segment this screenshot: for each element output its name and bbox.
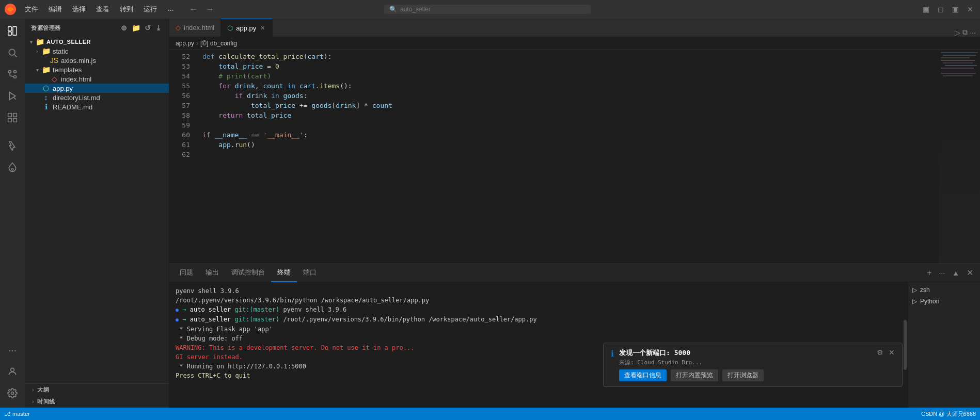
svg-point-7 (14, 76, 17, 78)
svg-rect-2 (8, 32, 11, 35)
menu-run[interactable]: 运行 (139, 4, 161, 15)
editor-area: ◇ index.html ⬡ app.py ✕ ▷ ⧉ ··· app.py ›… (169, 19, 980, 408)
activity-bar-item-source-control[interactable] (2, 64, 23, 85)
code-line-62 (202, 150, 939, 159)
code-line-58: return total_price (202, 110, 939, 120)
collapse-icon[interactable]: ⤓ (154, 23, 163, 33)
folder-icon-static: 📁 (41, 47, 51, 55)
new-folder-icon[interactable]: 📁 (131, 23, 142, 33)
tab-app-py[interactable]: ⬡ app.py ✕ (221, 19, 273, 37)
sidebar-section-timeline[interactable]: › 时间线 (25, 396, 169, 408)
tab-index-html[interactable]: ◇ index.html (169, 19, 221, 37)
more-actions-button[interactable]: ··· (970, 28, 976, 37)
code-line-59 (202, 120, 939, 130)
notification: ℹ 发现一个新端口: 5000 来源: Cloud Studio Bro... … (603, 343, 903, 387)
sidebar-title: 资源管理器 (31, 24, 61, 32)
tree-label-directorylist: directoryList.md (53, 94, 169, 102)
panel-tab-ports[interactable]: 端口 (297, 264, 323, 282)
panel-maximize-button[interactable]: ▲ (950, 268, 962, 278)
window-close-button[interactable]: ✕ (965, 4, 976, 14)
panel-tab-debug-console[interactable]: 调试控制台 (225, 264, 271, 282)
panel-tab-problems[interactable]: 问题 (173, 264, 199, 282)
arrow-templates: ▾ (33, 67, 41, 73)
nav-back-button[interactable]: ← (186, 4, 201, 15)
split-editor-button[interactable]: ⧉ (962, 28, 968, 37)
terminal-content[interactable]: pyenv shell 3.9.6 /root/.pyenv/versions/… (169, 282, 903, 408)
tree-label-readme: README.md (53, 103, 169, 111)
tab-close-button[interactable]: ✕ (259, 24, 266, 32)
svg-rect-13 (8, 114, 12, 117)
svg-point-17 (11, 169, 13, 170)
breadcrumb-symbol: [©] db_config (200, 40, 237, 47)
notification-close-button[interactable]: ✕ (889, 348, 895, 357)
panel-menu-button[interactable]: ··· (936, 268, 947, 278)
run-button[interactable]: ▷ (955, 28, 960, 37)
activity-bar-item-deploy[interactable] (2, 157, 23, 177)
notif-btn-open-browser[interactable]: 打开浏览器 (722, 369, 764, 381)
js-file-icon: JS (50, 56, 59, 64)
layout-toggle-3[interactable]: ▣ (950, 4, 961, 14)
activity-bar-item-extensions[interactable] (2, 107, 23, 128)
menu-select[interactable]: 选择 (68, 4, 90, 15)
code-content[interactable]: def calculate_total_price(cart): total_p… (196, 50, 939, 263)
activity-bar-item-account[interactable] (2, 361, 23, 382)
tree-item-templates[interactable]: ▾ 📁 templates (25, 65, 169, 74)
terminal-scrollbar[interactable] (903, 282, 908, 408)
arrow-root: ▾ (27, 39, 35, 45)
term-line-6: * Debug mode: off (176, 334, 896, 343)
refresh-icon[interactable]: ↺ (144, 23, 152, 33)
layout-toggle-2[interactable]: ◻ (935, 4, 946, 14)
svg-rect-3 (13, 27, 17, 36)
menu-goto[interactable]: 转到 (116, 4, 137, 15)
layout-toggle-1[interactable]: ▣ (920, 4, 932, 14)
terminal-sidebar-item-zsh[interactable]: ▷ zsh (908, 284, 980, 296)
readme-file-icon: ℹ (41, 103, 51, 111)
svg-rect-16 (13, 119, 17, 122)
activity-bar-item-test[interactable] (2, 135, 23, 156)
status-bar-right: CSDN @ 大师兄6668 (921, 410, 976, 418)
nav-forward-button[interactable]: → (203, 4, 217, 15)
status-git-branch[interactable]: ⎇ master (4, 411, 30, 417)
minimap (939, 50, 980, 263)
panel-tab-terminal[interactable]: 终端 (271, 264, 297, 282)
menu-more[interactable]: … (163, 4, 178, 15)
notif-btn-open-preview[interactable]: 打开内置预览 (671, 369, 718, 381)
activity-bar-item-more[interactable]: ··· (2, 340, 23, 360)
svg-rect-15 (8, 119, 12, 122)
new-file-icon[interactable]: ⊕ (120, 23, 129, 33)
sidebar-section-outline[interactable]: › 大纲 (25, 384, 169, 396)
tree-item-app-py[interactable]: ⬡ app.py (25, 84, 169, 93)
code-editor[interactable]: 52 53 54 55 56 57 58 59 60 61 62 def cal… (169, 50, 980, 263)
nav-buttons: ← → (186, 4, 217, 15)
notif-btn-view-ports[interactable]: 查看端口信息 (619, 369, 667, 381)
tree-item-static[interactable]: › 📁 static (25, 46, 169, 56)
menu-file[interactable]: 文件 (21, 4, 42, 15)
tree-item-readme[interactable]: ℹ README.md (25, 102, 169, 111)
activity-bar-item-run[interactable] (2, 86, 23, 106)
panel: 问题 输出 调试控制台 终端 端口 + ··· ▲ ✕ pyenv shell … (169, 263, 980, 408)
search-input[interactable] (400, 6, 586, 13)
tree-item-directorylist[interactable]: ↕ directoryList.md (25, 93, 169, 102)
minimap-content (939, 50, 980, 263)
panel-tab-output[interactable]: 输出 (199, 264, 225, 282)
panel-add-button[interactable]: + (924, 267, 934, 279)
notification-gear-button[interactable]: ⚙ (877, 348, 883, 357)
tab-py-icon: ⬡ (227, 24, 233, 32)
search-icon: 🔍 (389, 6, 397, 13)
tree-item-root[interactable]: ▾ 📁 AUTO_SELLER (25, 37, 169, 46)
panel-close-button[interactable]: ✕ (964, 267, 976, 279)
tree-item-index-html[interactable]: ◇ index.html (25, 74, 169, 84)
menu-edit[interactable]: 编辑 (44, 4, 66, 15)
sidebar: 资源管理器 ⊕ 📁 ↺ ⤓ ▾ 📁 AUTO_SELLER › 📁 static (25, 19, 169, 408)
terminal-sidebar-item-python[interactable]: ▷ Python (908, 296, 980, 307)
search-bar[interactable]: 🔍 (384, 5, 591, 14)
arrow-static: › (33, 49, 41, 54)
terminal-scrollbar-thumb[interactable] (904, 320, 907, 370)
line-numbers: 52 53 54 55 56 57 58 59 60 61 62 (169, 50, 196, 263)
activity-bar-item-explorer[interactable] (2, 21, 23, 41)
tree-item-axios[interactable]: JS axios.min.js (25, 56, 169, 65)
activity-bar-item-settings[interactable] (2, 383, 23, 403)
term-line-5: * Serving Flask app 'app' (176, 325, 896, 334)
menu-view[interactable]: 查看 (92, 4, 114, 15)
activity-bar-item-search[interactable] (2, 42, 23, 63)
